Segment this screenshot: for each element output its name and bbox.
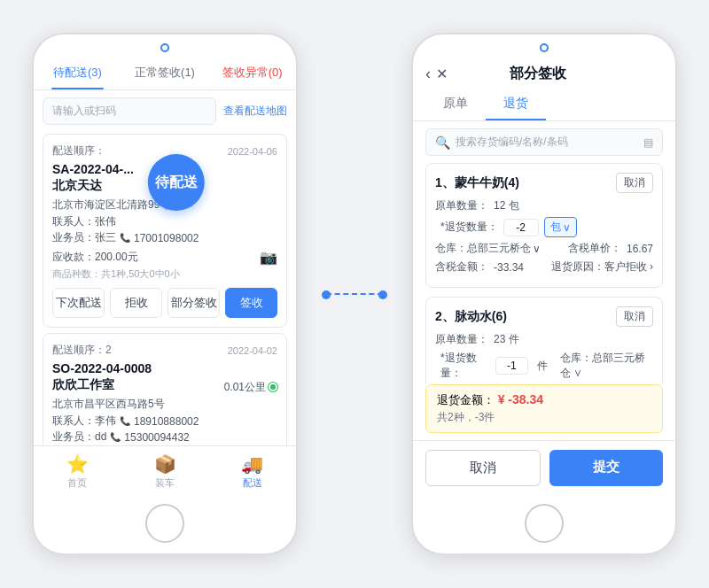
distance-badge: 0.01公里 [224,380,277,395]
camera-icon-1[interactable]: 📷 [260,249,277,266]
nav-home[interactable]: ⭐ 首页 [34,446,121,497]
chevron-down-icon-2: ∨ [533,243,541,255]
next-delivery-btn[interactable]: 下次配送 [52,288,105,318]
status-badge-text: 待配送 [155,174,198,192]
item-2-original-qty-row: 原单数量： 23 件 [435,332,653,347]
order-2-no: SO-2022-04-0008 [52,361,277,375]
home-button-right[interactable] [525,504,564,543]
receipt-search[interactable]: 🔍 搜索存货编码/名称/条码 ▤ [425,128,663,156]
chevron-down-icon-1: ∨ [563,221,571,234]
tab-abnormal[interactable]: 签收异常(0) [208,56,296,89]
order-2-company: 欣欣工作室 [52,377,114,393]
tab-normal-label: 正常签收(1) [135,66,195,79]
item-1-tax-amt-label: 含税金额： [435,259,488,275]
item-2-return-qty-label: *退货数量： [440,351,490,381]
nav-load[interactable]: 📦 装车 [121,446,209,497]
reject-btn[interactable]: 拒收 [110,288,162,318]
action-cancel-btn[interactable]: 取消 [425,450,541,486]
phone-icon-1: 📞 [120,233,130,243]
order-1-salesman: 业务员：张三 📞 17001098002 [52,230,277,245]
map-link[interactable]: 查看配送地图 [223,104,287,119]
order-1-contact: 联系人：张伟 [52,214,277,229]
order-1-date: 2022-04-06 [228,146,277,157]
item-2-warehouse[interactable]: 仓库：总部三元桥仓 ∨ [560,351,653,381]
close-btn[interactable]: ✕ [436,66,448,82]
summary-amount-value: ¥ -38.34 [498,392,543,406]
order-2-contact-text: 联系人：李伟 [52,414,116,429]
receipt-tab-return[interactable]: 退货 [486,89,546,120]
order-1-summary: 商品种数：共1种,50大0中0小 [52,267,277,281]
tab-abnormal-label: 签收异常(0) [222,66,283,79]
delivery-icon: 🚚 [241,453,263,475]
item-2-name-text: 脉动水(6) [455,309,507,323]
left-tabs: 待配送(3) 正常签收(1) 签收异常(0) [34,56,296,90]
item-1-reason-text: 退货原因：客户拒收 [551,260,647,273]
item-1-reason[interactable]: 退货原因：客户拒收 › [551,259,653,275]
partial-receipt-content: ‹ ✕ 部分签收 原单 退货 🔍 搜索存货编码/名称/条码 ▤ [413,56,675,497]
left-phone: 待配送(3) 正常签收(1) 签收异常(0) 请输入或扫码 查看配送地图 [32,33,298,555]
connector-dot-right [378,290,387,299]
item-1-cancel-btn[interactable]: 取消 [616,173,653,193]
search-icon: 🔍 [435,135,450,150]
receipt-btn[interactable]: 签收 [225,288,277,318]
item-1-original-qty-label: 原单数量： [435,198,488,213]
item-1-original-qty-value: 12 包 [494,198,519,213]
back-btn[interactable]: ‹ [425,65,431,83]
phone-dot-right [540,43,549,52]
item-1-tax-amt-row: 含税金额： -33.34 退货原因：客户拒收 › [435,259,653,275]
phone-top-bar-left [34,35,296,56]
tab-pending-label: 待配送(3) [53,66,102,79]
order-2-salesman: 业务员：dd 📞 15300094432 [52,429,277,445]
phone-icon-3: 📞 [110,432,121,442]
green-dot [269,383,277,391]
order-2-salesman-text: 业务员：dd [52,429,106,445]
item-1-name-text: 蒙牛牛奶(4) [455,175,519,190]
bottom-nav: ⭐ 首页 📦 装车 🚚 配送 [34,445,296,497]
summary-amount-row: 退货金额： ¥ -38.34 [437,392,651,408]
item-1-unit-select[interactable]: 包 ∨ [544,217,577,237]
order-2-contact-phone: 18910888002 [134,415,199,428]
item-1-warehouse-select[interactable]: 仓库：总部三元桥仓 ∨ [435,241,541,256]
order-2-header: 配送顺序：2 2022-04-02 [52,343,277,358]
order-1-amount: 应收款：200.00元 [52,250,138,265]
phone-dot-left [160,43,169,52]
receipt-tabs: 原单 退货 [413,89,675,121]
item-2-original-qty-label: 原单数量： [435,332,488,347]
bottom-action: 取消 提交 [413,440,675,497]
item-2-return-qty-row: *退货数量： -1 件 仓库：总部三元桥仓 ∨ [435,351,653,381]
order-2-address: 北京市昌平区西马路5号 [52,397,277,412]
home-button-left[interactable] [145,504,184,543]
tab-pending[interactable]: 待配送(3) [34,56,121,89]
order-2-date: 2022-04-02 [228,345,277,356]
receipt-item-1-name: 1、蒙牛牛奶(4) [435,175,519,191]
nav-delivery[interactable]: 🚚 配送 [208,446,296,497]
connector-line [326,293,383,295]
item-2-unit-text: 件 [537,359,548,374]
partial-receipt-btn[interactable]: 部分签收 [168,288,220,318]
nav-delivery-label: 配送 [243,476,262,490]
item-2-cancel-btn[interactable]: 取消 [616,306,653,327]
item-2-index: 2 [435,309,442,323]
status-badge-overlay: 待配送 [148,154,205,211]
order-2-sequence: 配送顺序：2 [52,343,112,358]
search-input[interactable]: 请输入或扫码 [43,97,216,125]
receipt-tab-original[interactable]: 原单 [425,89,486,120]
right-phone: ‹ ✕ 部分签收 原单 退货 🔍 搜索存货编码/名称/条码 ▤ [411,33,677,555]
receipt-item-1: 1、蒙牛牛奶(4) 取消 原单数量： 12 包 *退货数量： -2 包 [425,163,663,288]
receipt-search-right-icon: ▤ [643,136,653,149]
item-1-index: 1 [435,175,442,190]
item-1-qty-input[interactable]: -2 [503,219,539,236]
search-placeholder: 请输入或扫码 [52,104,116,117]
action-submit-btn[interactable]: 提交 [549,450,663,486]
phone-icon-2: 📞 [120,416,130,426]
item-2-qty-input[interactable]: -1 [495,357,528,375]
item-1-unit-price-value: 16.67 [627,243,653,255]
tab-normal[interactable]: 正常签收(1) [121,56,209,89]
phone-bottom-bar-left [34,497,296,553]
receipt-body: 1、蒙牛牛奶(4) 取消 原单数量： 12 包 *退货数量： -2 包 [413,163,675,384]
order-card-1: 配送顺序： 2022-04-06 SA-2022-04-... 北京天达 北京市… [43,134,287,328]
order-1-footer: 应收款：200.00元 📷 [52,249,277,266]
receipt-item-2: 2、脉动水(6) 取消 原单数量： 23 件 *退货数量： -1 件 [425,297,663,384]
receipt-item-2-name: 2、脉动水(6) [435,309,507,325]
order-1-salesman-text: 业务员：张三 [52,230,116,245]
